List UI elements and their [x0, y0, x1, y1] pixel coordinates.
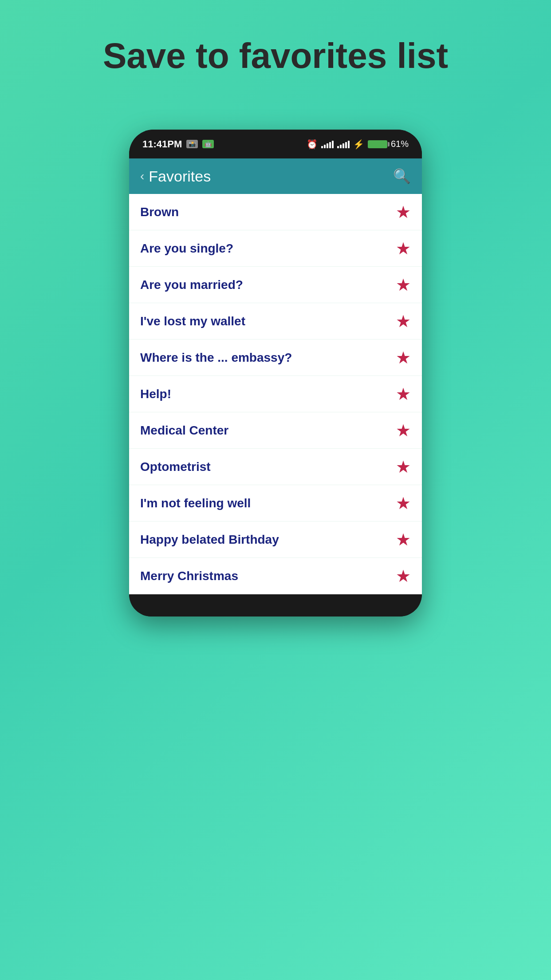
list-item[interactable]: Are you married? ★ — [129, 267, 422, 303]
star-icon[interactable]: ★ — [396, 277, 411, 293]
status-time: 11:41PM — [142, 138, 182, 150]
notification-icon-1: 📸 — [186, 140, 198, 148]
star-icon[interactable]: ★ — [396, 568, 411, 585]
list-item-text: Merry Christmas — [140, 569, 238, 583]
battery-percent: 61% — [391, 139, 409, 149]
star-icon[interactable]: ★ — [396, 240, 411, 257]
alarm-icon: ⏰ — [307, 139, 318, 150]
list-item-text: Are you married? — [140, 278, 243, 292]
list-item-text: Optometrist — [140, 460, 211, 474]
status-bar: 11:41PM 📸 🤖 ⏰ ⚡ 61% — [129, 130, 422, 158]
list-item[interactable]: I've lost my wallet ★ — [129, 303, 422, 340]
star-icon[interactable]: ★ — [396, 204, 411, 221]
signal-bars-2 — [337, 140, 350, 148]
star-icon[interactable]: ★ — [396, 349, 411, 366]
search-icon[interactable]: 🔍 — [393, 168, 411, 185]
list-item-text: Brown — [140, 205, 179, 219]
list-item-text: I'm not feeling well — [140, 496, 251, 510]
star-icon[interactable]: ★ — [396, 313, 411, 330]
list-item[interactable]: Are you single? ★ — [129, 230, 422, 267]
signal-bars-1 — [321, 140, 334, 148]
list-item-text: Are you single? — [140, 241, 233, 256]
list-item[interactable]: Merry Christmas ★ — [129, 558, 422, 594]
app-bar-title: Favorites — [149, 168, 211, 185]
star-icon[interactable]: ★ — [396, 531, 411, 548]
star-icon[interactable]: ★ — [396, 458, 411, 475]
list-item[interactable]: Happy belated Birthday ★ — [129, 522, 422, 558]
list-item-text: Happy belated Birthday — [140, 533, 279, 547]
app-bar: ‹ Favorites 🔍 — [129, 158, 422, 194]
star-icon[interactable]: ★ — [396, 422, 411, 439]
lightning-icon: ⚡ — [353, 139, 364, 150]
list-item[interactable]: Medical Center ★ — [129, 412, 422, 449]
list-item-text: Where is the ... embassy? — [140, 351, 292, 365]
list-item[interactable]: Optometrist ★ — [129, 449, 422, 485]
battery-icon — [368, 140, 387, 148]
list-item[interactable]: Brown ★ — [129, 194, 422, 230]
phone-bottom-bar — [129, 594, 422, 616]
list-item-text: Medical Center — [140, 423, 228, 438]
phone-mockup: 11:41PM 📸 🤖 ⏰ ⚡ 61% — [129, 130, 422, 616]
list-item-text: I've lost my wallet — [140, 314, 245, 328]
favorites-list: Brown ★ Are you single? ★ Are you marrie… — [129, 194, 422, 594]
notification-icon-2: 🤖 — [202, 140, 214, 148]
list-item-text: Help! — [140, 387, 171, 401]
list-item[interactable]: I'm not feeling well ★ — [129, 485, 422, 522]
back-button[interactable]: ‹ — [140, 170, 144, 182]
list-item[interactable]: Where is the ... embassy? ★ — [129, 340, 422, 376]
star-icon[interactable]: ★ — [396, 495, 411, 512]
list-item[interactable]: Help! ★ — [129, 376, 422, 412]
star-icon[interactable]: ★ — [396, 386, 411, 403]
page-title: Save to favorites list — [0, 36, 551, 76]
